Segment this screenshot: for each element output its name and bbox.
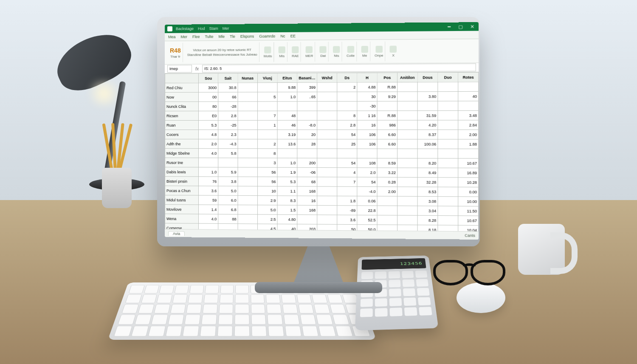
cell[interactable]: 3.8 (218, 177, 238, 186)
cell[interactable]: 3 (257, 158, 277, 167)
cell[interactable] (377, 149, 397, 158)
cell[interactable] (397, 225, 418, 231)
cell[interactable]: 54 (337, 158, 357, 167)
cell[interactable]: 3.48 (458, 110, 479, 120)
ribbon-tab[interactable]: EE (290, 34, 296, 38)
cell[interactable]: 6.60 (377, 139, 397, 149)
cell[interactable] (458, 149, 479, 158)
cell[interactable]: 1.9 (277, 167, 297, 177)
cell[interactable]: 52.5 (357, 215, 377, 225)
ribbon-tab[interactable]: Tle (230, 34, 235, 39)
cell[interactable]: 1.1 (277, 186, 297, 196)
cell[interactable] (397, 130, 418, 139)
table-row[interactable]: Bisteri pnsin763.8565.3687540.2832.2810.… (165, 177, 478, 187)
cell[interactable]: 2 (337, 82, 357, 92)
row-header[interactable]: Dabis lewis (165, 167, 198, 177)
ribbon-group[interactable]: MER (304, 42, 315, 62)
cell[interactable] (317, 102, 337, 111)
cell[interactable]: 40 (458, 91, 479, 101)
cell[interactable]: 0.00 (458, 187, 479, 197)
cell[interactable]: 1.8 (337, 196, 357, 206)
cell[interactable] (397, 82, 418, 92)
row-header[interactable]: Rusor tne (165, 158, 198, 167)
cell[interactable] (417, 101, 438, 111)
cell[interactable]: 3.22 (377, 168, 397, 178)
row-header[interactable]: Ruan (165, 120, 198, 130)
cell[interactable] (317, 82, 337, 92)
row-header[interactable]: Midge Sbelne (165, 149, 198, 158)
cell[interactable] (238, 139, 257, 149)
cell[interactable]: 4.0 (199, 214, 218, 223)
cell[interactable]: 5 (257, 92, 277, 102)
table-row[interactable]: Dabis lewis1.05.9561.9-0642.03.228.4916.… (165, 167, 478, 178)
cell[interactable] (238, 205, 257, 214)
cell[interactable]: 106 (357, 139, 377, 149)
cell[interactable]: 2.0 (199, 139, 218, 149)
cell[interactable]: 5.3 (199, 120, 218, 130)
cell[interactable]: E0 (199, 111, 218, 120)
cell[interactable] (438, 178, 458, 187)
row-header[interactable]: Bisteri pnsin (165, 177, 198, 186)
cell[interactable]: -8.0 (297, 120, 317, 130)
cell[interactable]: 20 (297, 130, 317, 139)
cell[interactable]: 8.3 (277, 196, 297, 205)
column-header[interactable]: Eitus (277, 73, 297, 82)
cell[interactable] (238, 120, 257, 130)
column-header[interactable]: Ds (337, 73, 357, 82)
cell[interactable] (238, 130, 257, 139)
cell[interactable]: 31.59 (417, 111, 438, 120)
cell[interactable] (257, 130, 277, 139)
cell[interactable]: 0.06 (357, 196, 377, 206)
cell[interactable] (337, 149, 357, 158)
cell[interactable]: 6.60 (377, 130, 397, 139)
cell[interactable]: 8.37 (417, 130, 438, 139)
cell[interactable]: 8.20 (417, 158, 438, 168)
fx-icon[interactable]: fx (194, 66, 200, 71)
ribbon-group[interactable]: Dat (318, 42, 329, 62)
cell[interactable] (317, 167, 337, 177)
table-row[interactable]: Now006651.0..65309:293.8040 (165, 91, 478, 102)
cell[interactable] (337, 102, 357, 111)
cell[interactable]: 22.8 (357, 206, 377, 215)
cell[interactable]: 56 (257, 167, 277, 177)
cell[interactable]: 30.8 (218, 83, 238, 92)
cell[interactable]: 6.8 (218, 205, 238, 214)
cell[interactable]: 2.00 (377, 187, 397, 197)
column-header[interactable]: Sait (218, 73, 238, 83)
cell[interactable] (257, 102, 277, 111)
cell[interactable] (317, 205, 337, 215)
cell[interactable]: 28 (297, 139, 317, 149)
cell[interactable]: 1.0 (199, 167, 218, 177)
cell[interactable] (317, 186, 337, 196)
cell[interactable]: 8 (257, 149, 277, 158)
cell[interactable] (438, 225, 458, 231)
ribbon-group[interactable]: X (388, 41, 399, 61)
table-row[interactable]: Adth the2.0-4.3213.628251066.60100.061.8… (165, 139, 478, 149)
cell[interactable]: 54 (357, 177, 377, 187)
cell[interactable]: 399 (297, 82, 317, 92)
cell[interactable] (397, 168, 418, 178)
cell[interactable]: 2.0 (357, 168, 377, 177)
cell[interactable] (257, 83, 277, 92)
cell[interactable]: R.88 (377, 111, 397, 120)
cell[interactable] (277, 102, 297, 111)
column-header[interactable]: Sou (199, 73, 218, 83)
ribbon-tab[interactable]: Mer (180, 35, 187, 39)
name-box[interactable]: Imep (167, 65, 192, 73)
cell[interactable]: 5.0 (257, 205, 277, 214)
cell[interactable] (438, 206, 458, 216)
minimize-button[interactable]: ━ (445, 24, 453, 30)
ribbon-group[interactable]: Mis (276, 42, 287, 62)
row-header[interactable]: Now (165, 92, 198, 102)
cell[interactable]: 2.00 (458, 130, 479, 139)
cell[interactable]: 50 (337, 224, 357, 231)
cell[interactable]: 9:29 (377, 92, 397, 101)
cell[interactable] (397, 206, 418, 216)
cell[interactable] (238, 195, 257, 205)
cell[interactable]: 11.50 (458, 206, 479, 216)
cell[interactable]: 4.80 (277, 214, 297, 224)
cell[interactable]: -4.0 (357, 186, 377, 196)
cell[interactable] (377, 215, 397, 225)
cell[interactable]: 4.0 (199, 149, 218, 158)
cell[interactable]: 7 (257, 111, 277, 120)
